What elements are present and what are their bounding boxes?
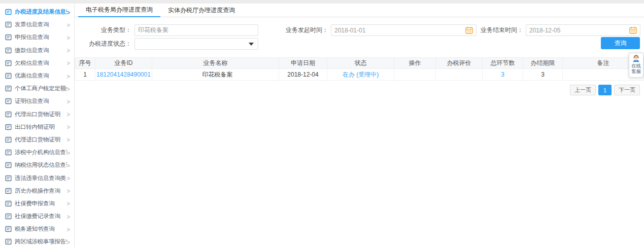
col-operation: 操作 (394, 58, 436, 69)
service-label-line2: 客服 (631, 68, 641, 74)
page-1-button[interactable]: 1 (598, 85, 612, 95)
sidebar-item-label: 代理进口货物证明 (15, 136, 67, 144)
search-icon (5, 213, 12, 220)
document-icon (5, 188, 12, 194)
sidebar-item-label: 优惠信息查询 (15, 72, 67, 80)
cell-business-id: 1812041428490001 (95, 69, 152, 81)
sidebar: 办税进度及结果信息查询 > 发票信息查询 > 申报信息查询 > 缴款信息查询 >… (0, 4, 75, 247)
end-time-field[interactable] (526, 24, 640, 36)
cell-seq: 1 (75, 69, 95, 81)
sidebar-item-label: 欠税信息查询 (15, 59, 67, 67)
sidebar-item-tax-credit-status-query[interactable]: 纳税信用状态信息查询 > (0, 159, 74, 171)
cell-deadline: 3 (523, 69, 563, 81)
prev-page-button[interactable]: 上一页 (570, 85, 596, 95)
progress-status-select[interactable] (134, 38, 258, 50)
chevron-right-icon: > (67, 59, 70, 66)
sidebar-item-label: 申报信息查询 (15, 33, 67, 41)
sidebar-item-individual-quota-query[interactable]: 个体工商户核定定额信息查询 > (0, 82, 74, 95)
chevron-right-icon: > (67, 238, 70, 245)
document-icon (5, 136, 12, 143)
tab-etax-bureau-progress-query[interactable]: 电子税务局办理进度查询 (78, 4, 160, 17)
sidebar-item-social-insurance-payment-record-query[interactable]: 社保缴费记录查询 > (0, 210, 74, 223)
status-link[interactable]: 在办 (受理中) (343, 71, 379, 78)
chevron-right-icon: > (67, 149, 70, 156)
sidebar-item-label: 代理出口货物证明 (15, 111, 67, 118)
sidebar-item-preferential-info-query[interactable]: 优惠信息查询 > (0, 69, 74, 82)
sidebar-item-declaration-info-query[interactable]: 申报信息查询 > (0, 31, 74, 44)
end-time-input[interactable] (529, 27, 627, 34)
sidebar-item-history-tax-operation-query[interactable]: 历史办税操作查询 > (0, 185, 74, 197)
document-icon (5, 85, 12, 92)
chevron-right-icon: > (67, 136, 70, 143)
next-page-button[interactable]: 下一页 (614, 85, 640, 95)
chevron-right-icon: > (67, 8, 70, 15)
business-type-field[interactable] (134, 24, 258, 36)
col-apply-date: 申请日期 (279, 58, 327, 69)
start-time-input[interactable] (334, 27, 463, 34)
sidebar-item-agent-import-certificate[interactable]: 代理进口货物证明 > (0, 133, 74, 146)
sidebar-item-invoice-info-query[interactable]: 发票信息查询 > (0, 18, 74, 31)
page: 办税进度及结果信息查询 > 发票信息查询 > 申报信息查询 > 缴款信息查询 >… (0, 0, 644, 247)
cell-operation (394, 69, 436, 81)
sidebar-item-label: 社保缴费记录查询 (15, 213, 67, 220)
cell-business-name: 印花税备案 (152, 69, 279, 81)
document-icon (5, 60, 12, 66)
sidebar-item-label: 个体工商户核定定额信息查询 (15, 85, 67, 92)
calendar-icon[interactable] (629, 26, 637, 34)
tab-physical-tax-hall-progress-query[interactable]: 实体办税厅办理进度查询 (160, 4, 243, 17)
document-icon (5, 34, 12, 41)
chevron-right-icon: > (67, 85, 70, 92)
filter-form: 业务类型： 业务发起时间： 业务结束时间： 办税进度状态： (75, 20, 644, 52)
document-icon (5, 9, 12, 15)
chevron-right-icon: > (67, 200, 70, 207)
document-icon (5, 111, 12, 118)
document-icon (5, 47, 12, 54)
sidebar-item-tax-notice-query[interactable]: 税务通知书查询 > (0, 223, 74, 235)
sidebar-item-label: 出口转内销证明 (15, 123, 67, 131)
sidebar-item-label: 发票信息查询 (15, 21, 67, 28)
sidebar-item-cross-region-tax-report-query[interactable]: 跨区域涉税事项报告查询 > (0, 235, 74, 247)
start-time-field[interactable] (331, 24, 477, 36)
col-tax-evaluation: 办税评价 (436, 58, 483, 69)
sidebar-item-label: 缴款信息查询 (15, 47, 67, 54)
document-icon (5, 98, 12, 104)
col-seq: 序号 (75, 58, 95, 69)
document-icon (5, 73, 12, 79)
business-type-input[interactable] (138, 27, 255, 34)
top-strip (0, 0, 644, 4)
sidebar-item-label: 违法违章信息查询类 (15, 174, 67, 182)
business-id-link[interactable]: 1812041428490001 (96, 71, 151, 78)
sidebar-item-export-to-domestic-certificate[interactable]: 出口转内销证明 > (0, 121, 74, 133)
progress-status-label: 办税进度状态： (75, 38, 131, 49)
sidebar-item-agent-export-certificate[interactable]: 代理出口货物证明 > (0, 108, 74, 121)
sidebar-item-certificate-info-query[interactable]: 证明信息查询 > (0, 95, 74, 108)
col-deadline: 办结期限 (523, 58, 563, 69)
sidebar-item-violation-info-query[interactable]: 违法违章信息查询类 > (0, 171, 74, 184)
main-layout: 办税进度及结果信息查询 > 发票信息查询 > 申报信息查询 > 缴款信息查询 >… (0, 4, 644, 247)
document-icon (5, 175, 12, 182)
sidebar-item-social-insurance-declaration-query[interactable]: 社保费申报查询 > (0, 197, 74, 210)
sidebar-item-tax-intermediary-query[interactable]: 涉税中介机构信息查询 > (0, 146, 74, 159)
chevron-right-icon: > (67, 226, 70, 233)
sidebar-item-label: 历史办税操作查询 (15, 187, 67, 195)
sidebar-item-label: 证明信息查询 (15, 97, 67, 105)
chevron-right-icon: > (67, 72, 70, 79)
document-icon (5, 21, 12, 28)
document-icon (5, 162, 12, 168)
query-button[interactable]: 查询 (601, 37, 640, 49)
chevron-right-icon: > (67, 187, 70, 194)
sidebar-item-tax-progress-result-query[interactable]: 办税进度及结果信息查询 > (0, 6, 74, 18)
online-service-widget[interactable]: 在线 客服 (629, 53, 643, 78)
document-icon (5, 238, 12, 245)
sidebar-item-payment-info-query[interactable]: 缴款信息查询 > (0, 44, 74, 57)
total-steps-link[interactable]: 3 (501, 71, 504, 78)
customer-service-agent-icon (632, 54, 640, 63)
col-status: 状态 (327, 58, 394, 69)
sidebar-item-tax-arrears-query[interactable]: 欠税信息查询 > (0, 57, 74, 69)
document-icon (5, 124, 12, 130)
badge-icon (5, 226, 12, 232)
chevron-right-icon: > (67, 98, 70, 105)
chevron-right-icon: > (67, 174, 70, 182)
chevron-right-icon: > (67, 21, 70, 28)
business-type-label: 业务类型： (75, 24, 131, 36)
